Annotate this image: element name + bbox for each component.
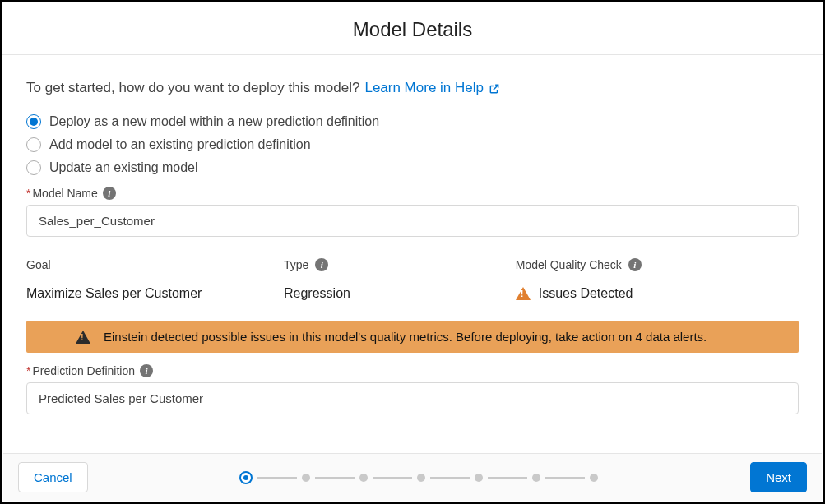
deploy-option-label: Update an existing model xyxy=(49,160,198,175)
quality-alert-banner: Einstein detected possible issues in thi… xyxy=(26,321,799,353)
dialog-footer: Cancel Next xyxy=(3,453,822,501)
quality-value: Issues Detected xyxy=(516,286,799,301)
step-7[interactable] xyxy=(590,474,598,482)
deploy-option-group: Deploy as a new model within a new predi… xyxy=(26,114,799,175)
warning-icon xyxy=(516,287,531,300)
step-connector xyxy=(257,477,297,479)
goal-label: Goal xyxy=(26,258,284,271)
external-link-icon xyxy=(489,82,500,94)
info-icon[interactable]: i xyxy=(628,258,642,271)
deploy-option-existing-def[interactable]: Add model to an existing prediction defi… xyxy=(26,137,799,152)
step-connector xyxy=(430,477,470,479)
step-connector xyxy=(545,477,585,479)
warning-icon xyxy=(76,331,90,344)
radio-icon xyxy=(26,160,41,175)
prediction-definition-input[interactable] xyxy=(26,382,799,414)
model-name-input[interactable] xyxy=(26,205,799,237)
step-4[interactable] xyxy=(417,474,425,482)
next-button[interactable]: Next xyxy=(750,462,807,492)
deploy-option-update[interactable]: Update an existing model xyxy=(26,160,799,175)
page-title: Model Details xyxy=(2,18,823,41)
model-info-row: Goal Maximize Sales per Customer Type i … xyxy=(26,258,799,301)
type-column: Type i Regression xyxy=(284,258,516,301)
goal-value: Maximize Sales per Customer xyxy=(26,286,284,301)
intro-line: To get started, how do you want to deplo… xyxy=(26,80,799,96)
intro-text: To get started, how do you want to deplo… xyxy=(26,80,359,96)
step-3[interactable] xyxy=(359,474,368,482)
dialog-content: To get started, how do you want to deplo… xyxy=(2,55,823,414)
goal-column: Goal Maximize Sales per Customer xyxy=(26,258,284,301)
radio-icon xyxy=(26,114,41,129)
step-2[interactable] xyxy=(302,474,310,482)
deploy-option-label: Add model to an existing prediction defi… xyxy=(49,137,311,152)
prediction-definition-section: *Prediction Definition i xyxy=(26,364,799,414)
step-6[interactable] xyxy=(532,474,540,482)
step-5[interactable] xyxy=(475,474,483,482)
model-name-label: *Model Name i xyxy=(26,187,799,200)
deploy-option-label: Deploy as a new model within a new predi… xyxy=(49,114,379,129)
step-connector xyxy=(315,477,355,479)
alert-message: Einstein detected possible issues in thi… xyxy=(104,330,707,344)
required-marker: * xyxy=(26,364,30,377)
progress-stepper xyxy=(239,471,598,484)
cancel-button[interactable]: Cancel xyxy=(18,462,88,492)
dialog-header: Model Details xyxy=(2,2,823,55)
type-value: Regression xyxy=(284,286,516,301)
required-marker: * xyxy=(26,187,30,200)
learn-more-text: Learn More in Help xyxy=(364,80,484,96)
info-icon[interactable]: i xyxy=(103,187,116,200)
step-1[interactable] xyxy=(239,471,253,484)
radio-icon xyxy=(26,137,41,152)
prediction-definition-label: *Prediction Definition i xyxy=(26,364,799,377)
step-connector xyxy=(373,477,412,479)
learn-more-link[interactable]: Learn More in Help xyxy=(364,80,500,96)
deploy-option-new[interactable]: Deploy as a new model within a new predi… xyxy=(26,114,799,129)
step-connector xyxy=(488,477,527,479)
quality-column: Model Quality Check i Issues Detected xyxy=(516,258,799,301)
type-label: Type i xyxy=(284,258,516,271)
quality-label: Model Quality Check i xyxy=(516,258,799,271)
info-icon[interactable]: i xyxy=(315,258,328,271)
info-icon[interactable]: i xyxy=(140,364,153,377)
